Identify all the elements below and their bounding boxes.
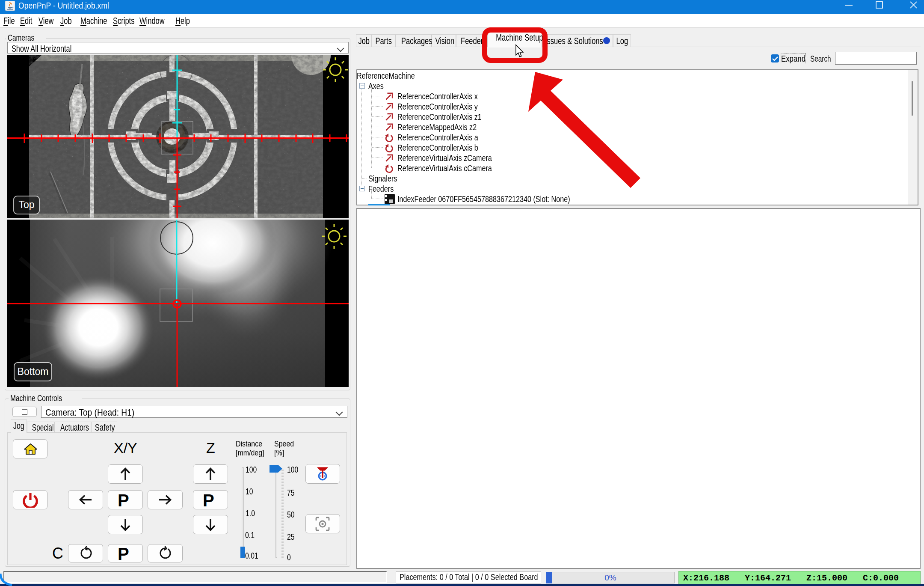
svg-text:Top: Top [18,199,34,210]
svg-text:Bottom: Bottom [18,366,49,377]
